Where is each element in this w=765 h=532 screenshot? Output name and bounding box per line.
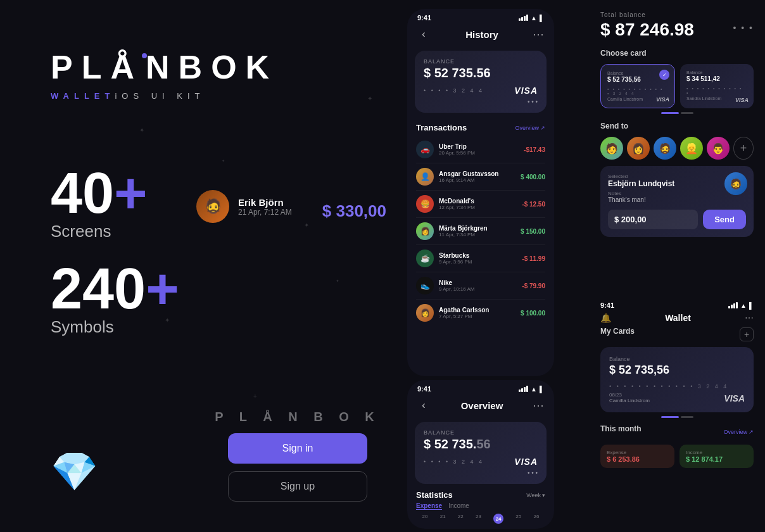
avatar-4[interactable]: 👱 (680, 137, 703, 160)
phone-header: ‹ History ⋯ (407, 24, 554, 47)
card-2[interactable]: Balance $ 34 511,42 • • • • • • • • • • … (680, 64, 754, 108)
logo-a: Å (110, 51, 143, 84)
tx-icon-mcdonalds: 🍔 (416, 195, 434, 213)
overview-back[interactable]: ‹ (416, 398, 431, 413)
week-selector[interactable]: Week ▾ (526, 492, 545, 498)
signup-button[interactable]: Sign up (228, 471, 367, 502)
bell-icon[interactable]: 🔔 (600, 313, 611, 323)
menu-dots[interactable]: • • • (733, 23, 754, 33)
card-details-row: • • • • 3 2 4 4 VISA (424, 86, 538, 96)
this-month-overview[interactable]: Overview ↗ (723, 429, 754, 435)
card-balance-label-2: Balance (686, 70, 747, 75)
tx-name: Märta Björkgren (439, 225, 515, 232)
send-button[interactable]: Send (703, 210, 746, 229)
planbok-small-logo: P L Å N B O K (215, 410, 381, 424)
wallet-expand[interactable]: ⋯ (745, 313, 754, 323)
my-cards-label: My Cards (600, 327, 635, 336)
tx-amount: -$17.43 (524, 146, 545, 153)
tx-icon-uber: 🚗 (416, 141, 434, 158)
overview-status-icons: ▲ ▌ (519, 386, 544, 393)
expense-tab[interactable]: Expense (416, 502, 442, 510)
wallet-status-icons: ▲ ▌ (728, 302, 754, 309)
signal-bar-3 (524, 16, 526, 21)
transaction-item[interactable]: 👩 Agatha Carlsson 7 Apr, 5:27 PM $ 100.0… (407, 300, 554, 326)
choose-card-label: Choose card (600, 49, 754, 58)
this-month-header: This month Overview ↗ (600, 424, 754, 440)
tx-icon-marta: 👩 (416, 222, 434, 240)
tx-info-agatha: Agatha Carlsson 7 Apr, 5:27 PM (439, 307, 515, 319)
overview-link[interactable]: Overview ↗ (515, 125, 545, 131)
stat-plus: + (114, 165, 148, 222)
transaction-item[interactable]: 🚗 Uber Trip 20 Apr, 5:56 PM -$17.43 (407, 136, 554, 163)
sig-1 (519, 390, 521, 392)
star-decoration: ✦ (139, 127, 144, 134)
transfer-avatar: 🧔 (724, 172, 747, 195)
transaction-item[interactable]: 👩 Märta Björkgren 11 Apr, 7:34 PM $ 150.… (407, 218, 554, 244)
expense-amount: $ 6 253.86 (607, 455, 668, 463)
transfer-notes-label: Notes (608, 191, 746, 196)
more-button[interactable]: ⋯ (533, 27, 545, 41)
back-button[interactable]: ‹ (416, 27, 431, 42)
tx-info-uber: Uber Trip 20 Apr, 5:56 PM (439, 143, 519, 156)
tx-name: Agatha Carlsson (439, 307, 515, 314)
ov-balance-label: Balance (424, 429, 538, 436)
my-cards-header: My Cards + (600, 327, 754, 342)
avatar-3[interactable]: 🧔 (654, 137, 676, 160)
signal-bars (519, 15, 528, 21)
sig-3 (524, 387, 526, 392)
tx-date: 7 Apr, 5:27 PM (439, 314, 515, 319)
date-23: 23 (476, 514, 481, 524)
tx-icon-starbucks: ☕ (416, 250, 434, 267)
ov-card-dots: • • • • 3 2 4 4 (424, 459, 484, 465)
wsig-2 (731, 305, 733, 308)
card-dots-2: • • • • • • • • • • • • (686, 86, 747, 95)
transactions-header: Transactions Overview ↗ (407, 117, 554, 136)
date-25: 25 (515, 514, 521, 524)
overview-more[interactable]: ⋯ (533, 398, 545, 412)
status-bar: 9:41 ▲ ▌ (407, 9, 554, 24)
tx-date: 9 Apr, 3:56 PM (439, 259, 517, 265)
avatar-2[interactable]: 👩 (627, 137, 650, 160)
transaction-item[interactable]: 🍔 McDonald's 12 Apr, 7:34 PM -$ 12.50 (407, 191, 554, 217)
this-month-section: This month Overview ↗ Expense $ 6 253.86… (589, 418, 765, 468)
date-24-active[interactable]: 24 (493, 514, 503, 524)
signal-bar-1 (519, 18, 521, 21)
amount-input[interactable]: $ 200,00 (608, 210, 698, 229)
add-person-button[interactable]: + (733, 137, 754, 160)
tagline-highlight: WALLET (51, 91, 115, 101)
right-top: Total balance $ 87 246.98 (589, 0, 765, 40)
wsig-4 (736, 302, 738, 308)
transaction-item[interactable]: 👟 Nike 9 Apr, 10:16 AM -$ 79.90 (407, 272, 554, 299)
avatar-5[interactable]: 👨 (707, 137, 730, 160)
wallet-wifi: ▲ (740, 302, 747, 309)
send-to-label: Send to (600, 122, 754, 130)
stats-section: Statistics Week ▾ Expense Income 20 21 2… (407, 488, 554, 524)
card-1[interactable]: ✓ Balance $ 52 735,56 • • • • • • • • • … (600, 64, 675, 108)
ov-card-menu[interactable]: • • • (424, 469, 538, 476)
tx-amount: -$ 12.50 (522, 201, 545, 208)
middle-section: 🧔 Erik Björn 21 Apr, 7:12 AM $ 330,00 P … (184, 0, 412, 532)
overview-phone: 9:41 ▲ ▌ ‹ Overview ⋯ Balance $ 52 735.5… (407, 380, 554, 529)
chart-dates: 20 21 22 23 24 25 26 (416, 514, 545, 524)
wifi-icon-ov: ▲ (531, 386, 537, 393)
exp-inc-tabs: Expense Income (416, 502, 545, 510)
add-card-button[interactable]: + (740, 327, 754, 341)
signin-button[interactable]: Sign in (228, 433, 367, 464)
cards-row: ✓ Balance $ 52 735,56 • • • • • • • • • … (600, 64, 754, 108)
overview-status-time: 9:41 (417, 385, 431, 393)
arrow-icon: ↗ (749, 429, 754, 435)
big-card-balance: $ 52 735,56 (609, 364, 745, 377)
transaction-item[interactable]: 👤 Ansgar Gustavsson 16 Apr, 9:14 AM $ 40… (407, 163, 554, 190)
wallet-header: 🔔 Wallet ⋯ (589, 312, 765, 327)
tx-amount: -$ 11.99 (522, 255, 545, 262)
card-menu[interactable]: • • • (424, 98, 538, 105)
tx-amount: $ 100.00 (521, 310, 545, 317)
overview-header: ‹ Overview ⋯ (407, 395, 554, 418)
tx-amount: $ 150.00 (521, 228, 545, 235)
transaction-item[interactable]: ☕ Starbucks 9 Apr, 3:56 PM -$ 11.99 (407, 245, 554, 272)
stats-area: 40+ Screens 240+ Symbols (51, 165, 179, 356)
avatar-1[interactable]: 🧑 (600, 137, 623, 160)
indicator-active (661, 112, 679, 114)
income-tab[interactable]: Income (448, 502, 469, 510)
battery-icon-ov: ▌ (540, 386, 544, 393)
